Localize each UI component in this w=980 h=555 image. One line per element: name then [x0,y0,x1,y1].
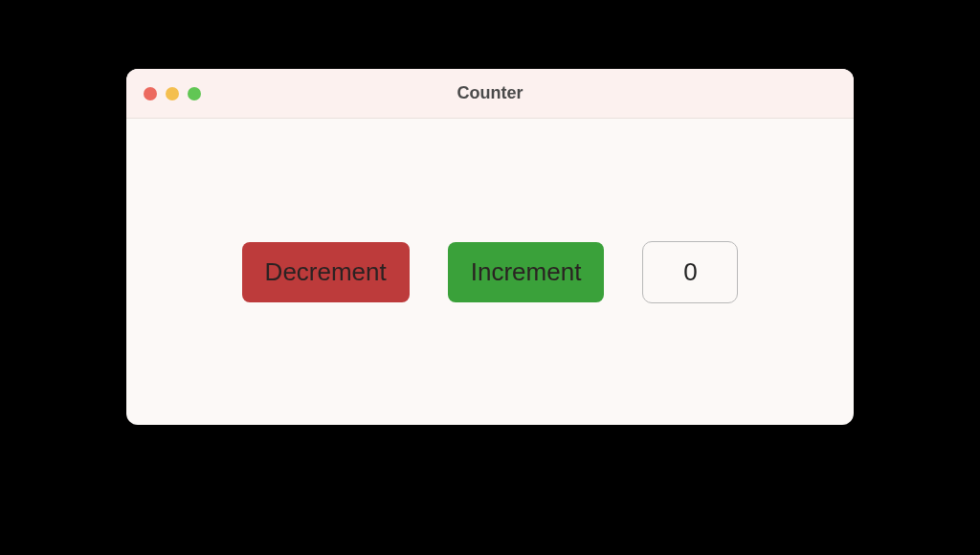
traffic-lights [144,87,201,100]
app-window: Counter Decrement Increment 0 [126,69,854,425]
close-icon[interactable] [144,87,157,100]
window-title: Counter [126,83,854,103]
counter-value: 0 [642,241,738,303]
minimize-icon[interactable] [166,87,179,100]
increment-button[interactable]: Increment [448,242,605,302]
maximize-icon[interactable] [188,87,201,100]
content-area: Decrement Increment 0 [126,119,854,425]
decrement-button[interactable]: Decrement [242,242,410,302]
titlebar: Counter [126,69,854,119]
